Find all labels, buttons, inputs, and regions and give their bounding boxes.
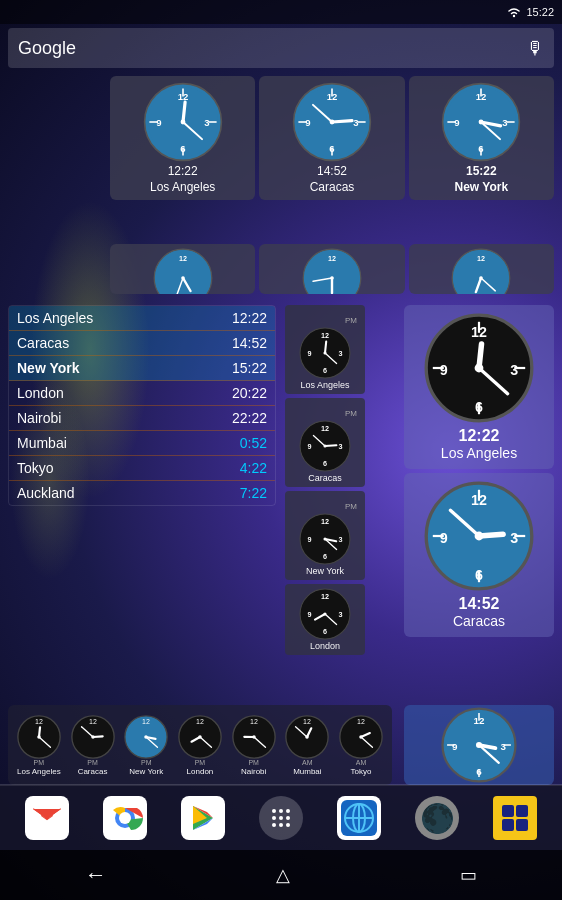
- svg-text:12: 12: [196, 717, 204, 724]
- svg-text:9: 9: [156, 117, 161, 128]
- mini-label-tokyo: Tokyo: [351, 767, 372, 776]
- svg-text:3: 3: [339, 442, 343, 451]
- back-button[interactable]: ←: [85, 862, 107, 888]
- svg-point-140: [306, 735, 310, 739]
- mini-la[interactable]: 12 PM Los Angeles: [17, 715, 61, 776]
- svg-point-78: [323, 537, 326, 540]
- wc-row-auckland[interactable]: Auckland 7:22: [9, 481, 275, 505]
- svg-text:3: 3: [339, 349, 343, 358]
- svg-point-54: [480, 276, 484, 280]
- mini-nairobi[interactable]: 12 PM Nairobi: [232, 715, 276, 776]
- clock-caracas[interactable]: 12 3 6 9 14:52 Caracas: [259, 76, 404, 200]
- clock-city-la: Los Angeles: [150, 180, 215, 194]
- svg-line-68: [325, 445, 336, 446]
- large-clock-la[interactable]: 12 3 6 9 12:22 Los Angeles: [404, 305, 554, 469]
- large-clock-caracas[interactable]: 12 3 6 9 14:52 Caracas: [404, 473, 554, 637]
- mini-tokyo[interactable]: 12 AM Tokyo: [339, 715, 383, 776]
- svg-text:6: 6: [329, 143, 334, 154]
- svg-point-157: [476, 742, 482, 748]
- svg-point-167: [279, 816, 283, 820]
- small-clock-caracas[interactable]: PM 12 3 6 9 Caracas: [285, 398, 365, 487]
- wc-row-tokyo[interactable]: Tokyo 4:22: [9, 456, 275, 481]
- recent-button[interactable]: ▭: [460, 864, 477, 886]
- mini-ampm-mumbai: AM: [302, 759, 313, 766]
- clock-label-ny: 15:22: [466, 164, 497, 178]
- small-clock-col: PM 12 3 6 9 Los Angeles PM 12 3 6 9 Cara…: [285, 305, 365, 655]
- wc-city-mumbai: Mumbai: [17, 435, 67, 451]
- wc-row-london[interactable]: London 20:22: [9, 381, 275, 406]
- mini-clock-tokyo: 12: [339, 715, 383, 759]
- svg-point-171: [286, 823, 290, 827]
- moon-icon[interactable]: 🌑: [415, 796, 459, 840]
- svg-point-166: [272, 816, 276, 820]
- svg-point-170: [279, 823, 283, 827]
- svg-text:9: 9: [440, 362, 448, 378]
- svg-text:12: 12: [250, 717, 258, 724]
- search-bar[interactable]: Google 🎙: [8, 28, 554, 68]
- small-clock-london[interactable]: 12 3 6 9 London: [285, 584, 365, 655]
- svg-point-49: [330, 276, 334, 280]
- svg-point-98: [475, 364, 484, 373]
- large-clock-face-caracas: 12 3 6 9: [424, 481, 534, 591]
- large-time-caracas: 14:52: [459, 595, 500, 613]
- small-label-caracas: Caracas: [308, 473, 342, 483]
- wc-row-nairobi[interactable]: Nairobi 22:22: [9, 406, 275, 431]
- mini-label-la: Los Angeles: [17, 767, 61, 776]
- mini-ampm-ny: PM: [141, 759, 152, 766]
- clock-new-york[interactable]: 12 3 6 9 15:22 New York: [409, 76, 554, 200]
- large-time-la: 12:22: [459, 427, 500, 445]
- svg-text:12: 12: [474, 715, 485, 726]
- play-store-icon[interactable]: [181, 796, 225, 840]
- mini-mumbai[interactable]: 12 AM Mumbai: [285, 715, 329, 776]
- mic-icon[interactable]: 🎙: [526, 38, 544, 59]
- mini-london[interactable]: 12 PM London: [178, 715, 222, 776]
- mini-ny[interactable]: 12 PM New York: [124, 715, 168, 776]
- chrome-icon[interactable]: [103, 796, 147, 840]
- svg-text:12: 12: [471, 324, 487, 340]
- svg-line-60: [325, 342, 326, 353]
- svg-text:6: 6: [323, 552, 327, 561]
- world-clock-list[interactable]: Los Angeles 12:22 Caracas 14:52 New York…: [8, 305, 276, 506]
- mini-ampm-london: PM: [195, 759, 206, 766]
- svg-point-44: [181, 276, 185, 280]
- battery-icon: 15:22: [526, 6, 554, 18]
- svg-text:12: 12: [327, 91, 338, 102]
- bottom-right-clock-face: 12 3 6 9: [441, 707, 517, 783]
- clock-los-angeles[interactable]: 12 3 6 9 12:22 Los Angeles: [110, 76, 255, 200]
- gmail-icon[interactable]: [25, 796, 69, 840]
- wc-row-mumbai[interactable]: Mumbai 0:52: [9, 431, 275, 456]
- wc-city-la: Los Angeles: [17, 310, 93, 326]
- svg-point-0: [513, 15, 515, 17]
- small-label-la: Los Angeles: [300, 380, 349, 390]
- mini-label-mumbai: Mumbai: [293, 767, 321, 776]
- svg-text:9: 9: [307, 535, 311, 544]
- small-clock-ny[interactable]: PM 12 3 6 9 New York: [285, 491, 365, 580]
- svg-text:9: 9: [307, 442, 311, 451]
- mini-caracas[interactable]: 12 PM Caracas: [71, 715, 115, 776]
- wc-row-caracas[interactable]: Caracas 14:52: [9, 331, 275, 356]
- mini-label-caracas: Caracas: [78, 767, 108, 776]
- svg-text:12: 12: [35, 717, 43, 724]
- svg-rect-177: [502, 805, 514, 817]
- browser-icon[interactable]: [337, 796, 381, 840]
- svg-text:12: 12: [179, 254, 187, 263]
- mini-clock-caracas: 12: [71, 715, 115, 759]
- wc-row-ny[interactable]: New York 15:22: [9, 356, 275, 381]
- nav-bar: ← △ ▭: [0, 850, 562, 900]
- wc-time-tokyo: 4:22: [240, 460, 267, 476]
- bottom-right-clock[interactable]: 12 3 6 9: [404, 705, 554, 785]
- widget-icon[interactable]: [493, 796, 537, 840]
- wc-row-la[interactable]: Los Angeles 12:22: [9, 306, 275, 331]
- svg-text:12: 12: [471, 492, 487, 508]
- home-button[interactable]: △: [276, 864, 290, 886]
- clock-label-caracas: 14:52: [317, 164, 347, 178]
- small-clock-la[interactable]: PM 12 3 6 9 Los Angeles: [285, 305, 365, 394]
- svg-text:12: 12: [328, 254, 336, 263]
- svg-text:6: 6: [323, 459, 327, 468]
- svg-point-145: [359, 735, 363, 739]
- wc-city-nairobi: Nairobi: [17, 410, 61, 426]
- app-drawer-icon[interactable]: [259, 796, 303, 840]
- clock-city-ny: New York: [455, 180, 509, 194]
- svg-text:12: 12: [321, 517, 329, 526]
- svg-text:9: 9: [307, 349, 311, 358]
